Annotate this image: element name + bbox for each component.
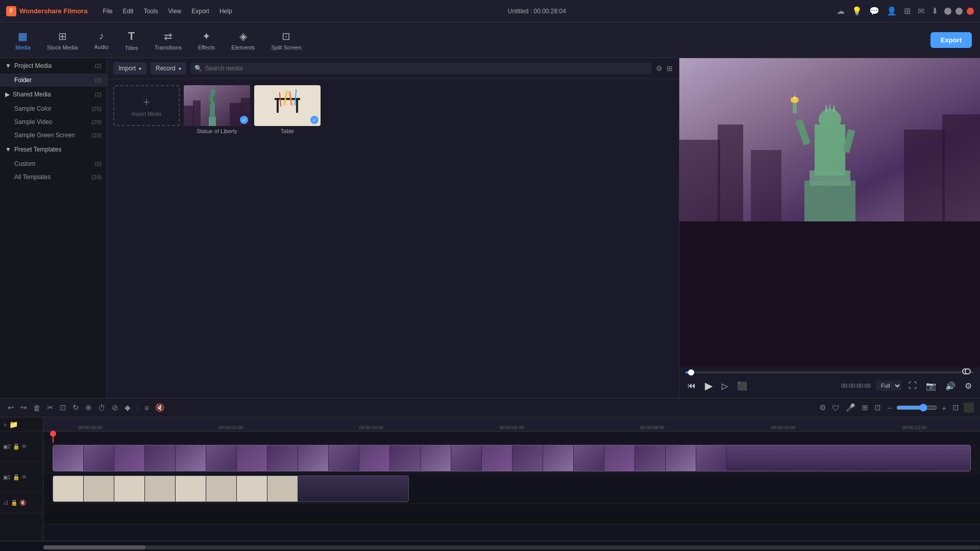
maximize-button[interactable]: □: [955, 8, 963, 15]
timeline-view-toggle[interactable]: [964, 403, 974, 413]
v2-lock-icon[interactable]: 🔒: [13, 443, 20, 450]
redo-button[interactable]: ↪: [19, 402, 29, 414]
toolbar-stock-media[interactable]: ⊞ Stock Media: [40, 27, 85, 54]
cloud-icon[interactable]: ☁: [837, 6, 845, 16]
zoom-in-button[interactable]: +: [940, 402, 948, 414]
toolbar-titles[interactable]: T Titles: [118, 27, 145, 54]
fit-button[interactable]: ⊡: [951, 402, 961, 414]
svg-point-6: [210, 89, 215, 94]
cut-button[interactable]: ✂: [45, 402, 55, 414]
toolbar-effects[interactable]: ✦ Effects: [191, 27, 222, 54]
sticker-button[interactable]: ⊞: [860, 402, 870, 414]
titlebar: F Wondershare Filmora File Edit Tools Vi…: [0, 0, 980, 22]
rotate-button[interactable]: ↻: [71, 402, 81, 414]
undo-button[interactable]: ↩: [6, 402, 16, 414]
table-card[interactable]: ✓ Table: [254, 85, 321, 134]
close-button[interactable]: ✕: [967, 8, 974, 15]
v1-lock-icon[interactable]: 🔒: [13, 474, 20, 481]
v1-label: ▣1: [3, 474, 11, 480]
table-filmstrip: [53, 476, 298, 502]
mail-icon[interactable]: ✉: [918, 6, 924, 16]
import-button[interactable]: Import ▾: [113, 62, 146, 74]
elements-icon: ◈: [239, 30, 247, 42]
menu-export[interactable]: Export: [186, 6, 214, 17]
play-button[interactable]: ▶: [703, 378, 715, 394]
grid2-icon[interactable]: ⊞: [904, 6, 911, 16]
mute-button[interactable]: 🔇: [154, 402, 166, 414]
stop-button[interactable]: ⬛: [735, 379, 749, 393]
chat-icon[interactable]: 💬: [869, 6, 879, 16]
search-input[interactable]: [205, 65, 648, 72]
crop-button[interactable]: ⊡: [58, 402, 68, 414]
preset-templates-header[interactable]: ▼ Preset Templates: [0, 142, 107, 157]
duplicate-button[interactable]: ⊕: [84, 402, 93, 414]
preview-video: [679, 58, 980, 367]
menu-edit[interactable]: Edit: [118, 6, 139, 17]
split-button[interactable]: ⊘: [110, 402, 120, 414]
toolbar-media[interactable]: ▦ Media: [8, 27, 38, 54]
statue-of-liberty-card[interactable]: ✓ Statue of Liberty: [184, 85, 250, 134]
captions-button[interactable]: ⊡: [873, 402, 883, 414]
add-track-button[interactable]: +: [3, 420, 7, 429]
add-folder-button[interactable]: 📁: [9, 420, 18, 429]
sample-color-item[interactable]: Sample Color (25): [0, 102, 107, 115]
eq-button[interactable]: ≡: [143, 402, 151, 414]
progress-bar[interactable]: [685, 371, 974, 373]
scrollbar-thumb[interactable]: [43, 545, 145, 549]
grid-view-icon[interactable]: ⊞: [667, 64, 673, 72]
speed-button[interactable]: ⏱: [96, 402, 107, 414]
mic-timeline-button[interactable]: 🎤: [844, 402, 857, 414]
menu-tools[interactable]: Tools: [138, 6, 163, 17]
a1-mute-icon[interactable]: 🔇: [19, 499, 27, 506]
v2-eye-icon[interactable]: 👁: [21, 443, 27, 450]
sample-green-screen-item[interactable]: Sample Green Screen (10): [0, 129, 107, 142]
keyframe-button[interactable]: ◆: [123, 402, 132, 414]
custom-template-item[interactable]: Custom (0): [0, 157, 107, 170]
timeline-scrollbar[interactable]: [43, 545, 980, 549]
project-media-header[interactable]: ▼ Project Media (2): [0, 58, 107, 73]
shared-media-header[interactable]: ▶ Shared Media (2): [0, 87, 107, 102]
profile-icon[interactable]: 👤: [887, 6, 897, 16]
timeline-settings-button[interactable]: ⚙: [818, 402, 827, 414]
timeline-add-row: + 📁: [0, 417, 43, 432]
menu-file[interactable]: File: [97, 6, 117, 17]
menu-help[interactable]: Help: [214, 6, 237, 17]
svg-rect-10: [210, 104, 215, 117]
v2-track-row[interactable]: Statue of Liberty: [43, 443, 980, 473]
volume-button[interactable]: 🔊: [943, 379, 958, 393]
quality-select[interactable]: Full: [876, 381, 901, 391]
toolbar-transitions[interactable]: ⇄ Transitions: [148, 27, 189, 54]
zoom-slider[interactable]: [896, 404, 937, 412]
minimize-button[interactable]: −: [944, 8, 951, 15]
toolbar-elements[interactable]: ◈ Elements: [224, 27, 262, 54]
import-media-card[interactable]: + Import Media: [113, 85, 180, 134]
track-headers: + 📁 ▣2 🔒 👁 ▣1 🔒 👁 ♪1: [0, 417, 43, 541]
all-templates-item[interactable]: All Templates (24): [0, 170, 107, 184]
menu-view[interactable]: View: [163, 6, 186, 17]
delete-button[interactable]: 🗑: [32, 402, 42, 414]
lightbulb-icon[interactable]: 💡: [852, 6, 862, 16]
filter-icon[interactable]: ⚙: [656, 64, 663, 72]
record-button[interactable]: Record ▾: [151, 62, 186, 74]
rewind-button[interactable]: ⏮: [685, 379, 698, 392]
zoom-out-button[interactable]: −: [886, 402, 893, 414]
toolbar-split-screen[interactable]: ⊡ Split Screen: [264, 27, 308, 54]
play-forward-button[interactable]: ▷: [720, 379, 730, 393]
snapshot-button[interactable]: 📷: [924, 379, 938, 393]
shield-button[interactable]: 🛡: [830, 402, 841, 414]
toolbar-audio[interactable]: ♪ Audio: [87, 27, 116, 53]
fullscreen-button[interactable]: ⛶: [906, 379, 919, 392]
sample-video-item[interactable]: Sample Video (20): [0, 115, 107, 129]
export-button[interactable]: Export: [930, 32, 972, 48]
settings-preview-button[interactable]: ⚙: [963, 379, 974, 393]
statue-clip[interactable]: Statue of Liberty: [53, 445, 970, 471]
table-clip[interactable]: Table: [53, 475, 408, 502]
a1-lock-icon[interactable]: 🔒: [11, 499, 18, 506]
v1-track-row[interactable]: Table: [43, 473, 980, 504]
v1-eye-icon[interactable]: 👁: [21, 474, 27, 481]
control-row: ⏮ ▶ ▷ ⬛ 00:00:00:00 Full ⛶ 📷 🔊 ⚙: [685, 378, 974, 394]
folder-item[interactable]: Folder (2): [0, 73, 107, 87]
timeline-tracks-area[interactable]: 00:00:00:00 00:00:02:00 00:00:04:00 00:0…: [43, 417, 980, 541]
a1-track-row[interactable]: [43, 504, 980, 524]
download-icon[interactable]: ⬇: [932, 6, 938, 16]
